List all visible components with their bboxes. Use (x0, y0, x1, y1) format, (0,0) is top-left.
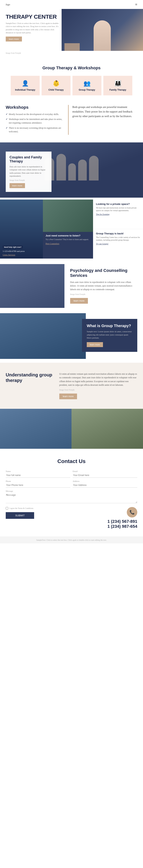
understanding-learn-more-button[interactable]: learn more (59, 394, 77, 399)
phone-form-group: Phone (6, 480, 70, 488)
group-what-title: What is Group Therapy? (87, 324, 133, 328)
contact-section: Contact Us Name Email Phone Address Mess… (0, 449, 143, 536)
hero-title: THERAPY CENTER (6, 14, 61, 20)
contact-form-actions: I agree the Terms & Conditions SUBMIT (6, 507, 104, 519)
workshop-item-2: ✓ Workshops tend to be intermittent and … (6, 118, 62, 125)
contact-bottom: I agree the Terms & Conditions SUBMIT 📞 … (6, 507, 137, 529)
couples-caption: Image from Freepik (9, 179, 48, 181)
email-input[interactable] (73, 473, 137, 478)
submit-button[interactable]: SUBMIT (6, 512, 34, 519)
phone-number-1: 1 (234) 567-891 (107, 519, 137, 524)
therapy-card-family[interactable]: 👨‍👩‍👧 Family Therapy (103, 76, 132, 95)
phone-icon: 📞 (130, 510, 135, 515)
workshops-right-text: Both groups and workshops are powerful t… (73, 105, 137, 118)
group-what-btn[interactable]: learn more (87, 342, 103, 347)
psychology-image (0, 264, 64, 308)
nav-logo: logo (6, 3, 10, 6)
hero-text: THERAPY CENTER SampleText: Click to sele… (6, 13, 61, 51)
terms-checkbox-area: I agree the Terms & Conditions (6, 507, 104, 509)
phone-input[interactable] (6, 483, 70, 488)
footer: SampleText: Click to select the text box… (0, 536, 143, 544)
couples-learn-more-button[interactable]: learn more (9, 183, 25, 188)
message-form-group: Message (6, 490, 137, 503)
terms-label: I agree the Terms & Conditions (9, 507, 33, 509)
understanding-left: Understanding group therapy (6, 372, 54, 399)
group-back-body: The Counselling Center has a wide variet… (96, 236, 140, 241)
couples-title: Couples and Family Therapy (9, 155, 48, 163)
contact-form: Name Email Phone Address Message (6, 470, 137, 503)
couples-overlay-card: Couples and Family Therapy Duis alit iru… (6, 152, 52, 192)
individual-therapy-label: Individual Therapy (12, 89, 38, 91)
name-input[interactable] (6, 473, 70, 478)
crisis-overlay: Need help right now? 1-123-456-6789 and … (0, 243, 43, 258)
psychology-section: Psychology and Counselling Services Duis… (0, 262, 143, 309)
crisis-badge: Need help right now? (3, 246, 23, 249)
understanding-right: Ut enim ad minim veniam quis nostrud exe… (59, 372, 137, 399)
peer-title: Just need someone to listen? (46, 234, 90, 237)
contact-phone-area: 📞 1 (234) 567-891 1 (234) 987-654 (107, 507, 137, 529)
contact-title: Contact Us (6, 458, 137, 464)
footer-note: SampleText: Click to select the text box… (6, 539, 137, 541)
couples-body: Duis alit irure dolor in reprehenderit i… (9, 165, 48, 178)
psychology-title: Psychology and Counselling Services (70, 268, 138, 278)
therapy-card-group[interactable]: 👥 Group Therapy (73, 76, 102, 95)
group-what-image (0, 313, 86, 359)
group-what-section: What is Group Therapy? Sample text: Lore… (0, 313, 143, 359)
peer-counselors-link[interactable]: Peer Counselors (46, 242, 90, 245)
private-space-body: We have tips and instructions on how to … (96, 207, 140, 212)
address-label: Address (73, 480, 137, 482)
address-form-group: Address (73, 480, 137, 488)
peer-content: Just need someone to listen? Try a Peer … (43, 232, 93, 247)
private-space-link[interactable]: Tips for Zooming (96, 213, 140, 215)
understanding-caption: Image from Freepik (59, 389, 137, 391)
workshops-right: Both groups and workshops are powerful t… (68, 105, 137, 135)
understanding-section: Understanding group therapy Ut enim ad m… (0, 363, 143, 409)
private-space-card: Looking for a private space? We have tip… (93, 199, 143, 229)
name-label: Name (6, 470, 70, 472)
workshop-item-1: ✓ Mostly focused on the development of e… (6, 113, 62, 116)
right-cards-column: Looking for a private space? We have tip… (93, 199, 143, 258)
understanding-title: Understanding group therapy (6, 372, 54, 383)
message-label: Message (6, 490, 137, 492)
email-form-group: Email (73, 470, 137, 478)
peer-column: Just need someone to listen? Try a Peer … (43, 199, 93, 258)
group-therapy-section: Group Therapy & Workshops 👤 Individual T… (0, 58, 143, 99)
group-therapy-icon: 👥 (74, 80, 99, 87)
therapy-cards-container: 👤 Individual Therapy 👶 Child Therapy 👥 G… (6, 76, 137, 95)
nav-menu-icon[interactable]: ≡ (135, 2, 137, 7)
workshops-left: Workshops ✓ Mostly focused on the develo… (6, 105, 62, 135)
bottom-image-left (0, 409, 72, 449)
phone-number-2: 1 (234) 987-654 (107, 524, 137, 529)
message-input[interactable] (6, 493, 137, 503)
hero-image-area (62, 9, 143, 51)
understanding-body: Ut enim ad minim veniam quis nostrud exe… (59, 372, 137, 387)
hero-accent-rect (64, 43, 80, 51)
workshop-item-3: ✓ There is no necessary screening (drop-… (6, 126, 62, 133)
group-what-card: What is Group Therapy? Sample text: Lore… (82, 319, 137, 352)
group-therapy-label: Group Therapy (74, 89, 99, 91)
child-therapy-icon: 👶 (44, 80, 69, 87)
child-therapy-label: Child Therapy (44, 89, 69, 91)
group-therapy-title: Group Therapy & Workshops (6, 65, 137, 70)
psychology-learn-more-button[interactable]: learn more (70, 298, 88, 304)
peer-body: Try a Peer Counselor! They're here to li… (46, 238, 90, 241)
bottom-images (0, 409, 143, 449)
group-back-card: Group Therapy is back! The Counselling C… (93, 229, 143, 258)
therapy-card-individual[interactable]: 👤 Individual Therapy (11, 76, 40, 95)
phone-icon-circle: 📞 (127, 507, 137, 518)
crisis-label[interactable]: Crisis Services (3, 254, 40, 256)
group-back-title: Group Therapy is back! (96, 232, 140, 235)
bottom-image-right (72, 409, 143, 449)
email-label: Email (73, 470, 137, 472)
therapy-card-child[interactable]: 👶 Child Therapy (41, 76, 70, 95)
three-col-section: Need help right now? 1-123-456-6789 and … (0, 199, 143, 258)
hero-image-caption: Image from Freepik (0, 51, 143, 58)
address-input[interactable] (73, 483, 137, 488)
hero-learn-more-button[interactable]: learn more (6, 36, 22, 41)
terms-checkbox[interactable] (6, 507, 8, 509)
group-back-link[interactable]: Try our Groups! (96, 243, 140, 245)
family-therapy-label: Family Therapy (105, 89, 131, 91)
couples-section: Couples and Family Therapy Duis alit iru… (0, 143, 143, 198)
workshops-list: ✓ Mostly focused on the development of e… (6, 113, 62, 133)
family-therapy-icon: 👨‍👩‍👧 (105, 80, 131, 87)
